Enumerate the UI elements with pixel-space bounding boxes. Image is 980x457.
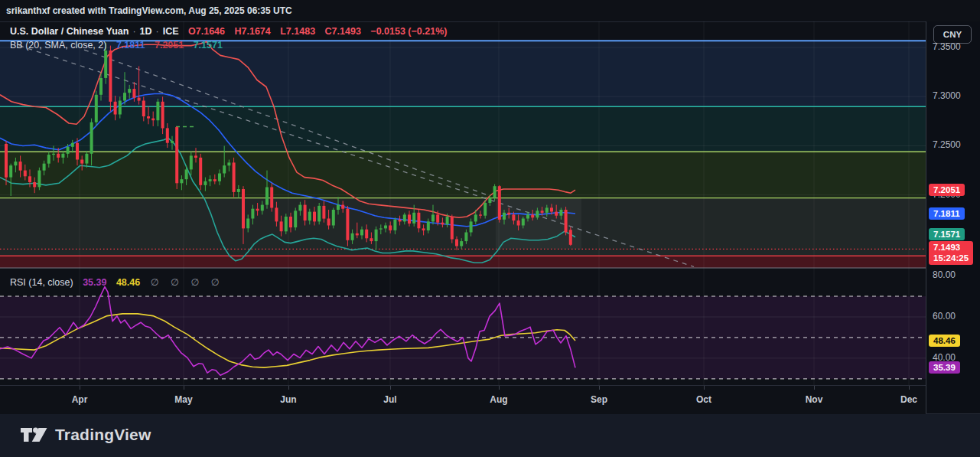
- price-label-tag: 35.39: [929, 361, 960, 374]
- month-label: Sep: [582, 394, 616, 405]
- month-tick: [499, 386, 500, 390]
- attribution-bar: srikanthxf created with TradingView.com,…: [0, 0, 980, 22]
- price-label-tag: 48.46: [929, 335, 960, 347]
- month-label: Jul: [373, 394, 407, 405]
- month-tick: [599, 386, 600, 390]
- attribution-text: srikanthxf created with TradingView.com,…: [6, 5, 292, 16]
- symbol-title[interactable]: U.S. Dollar / Chinese Yuan: [10, 26, 129, 37]
- month-label: Apr: [63, 394, 96, 405]
- chart-canvas[interactable]: [0, 21, 926, 385]
- tradingview-logo-icon: [20, 424, 47, 446]
- bb-lower-value: 7.1571: [194, 40, 223, 51]
- tradingview-logo-link[interactable]: TradingView: [20, 424, 151, 446]
- axis-tick-label: 7.3000: [933, 90, 961, 101]
- month-tick: [390, 386, 391, 390]
- tradingview-logo-text: TradingView: [55, 426, 151, 444]
- bb-upper-value: 7.2051: [155, 40, 184, 51]
- ohlc-high: H7.1674: [234, 26, 270, 37]
- ohlc-low: L7.1483: [280, 26, 315, 37]
- rsi-smoothing-value: 48.46: [116, 277, 140, 288]
- rsi-empty-values: ∅ ∅ ∅ ∅: [151, 277, 224, 288]
- bb-indicator-legend[interactable]: BB (20, SMA, close, 2) 7.1811 7.2051 7.1…: [10, 40, 223, 51]
- price-label-tag: 7.1811: [929, 207, 965, 220]
- month-tick: [80, 386, 80, 390]
- month-label: Jun: [272, 394, 305, 405]
- symbol-interval[interactable]: 1D: [140, 26, 152, 37]
- axis-tick-label: 7.2500: [933, 139, 961, 150]
- axis-tick-label: 60.00: [933, 311, 956, 322]
- price-label-tag: 7.1571: [929, 228, 965, 240]
- month-label: Aug: [482, 394, 516, 405]
- ohlc-close: C7.1493: [325, 26, 361, 37]
- month-tick: [704, 386, 705, 390]
- ohlc-change: −0.0153 (−0.21%): [370, 26, 447, 37]
- legend-separator: ·: [156, 26, 159, 37]
- footer-bar: TradingView: [0, 413, 980, 457]
- month-tick: [288, 386, 289, 390]
- axis-tick-label: 7.3500: [933, 41, 961, 52]
- month-tick: [184, 386, 184, 390]
- price-label-tag: 7.149315:24:25: [929, 241, 973, 265]
- axis-tick-label: 80.00: [933, 269, 956, 280]
- month-tick: [909, 386, 910, 390]
- legend-separator: ·: [132, 26, 135, 37]
- rsi-main-value: 35.39: [83, 277, 106, 288]
- bb-legend-label: BB (20, SMA, close, 2): [10, 40, 106, 51]
- month-label: Dec: [892, 394, 926, 405]
- time-scale-axis[interactable]: AprMayJunJulAugSepOctNovDec: [0, 385, 926, 414]
- month-tick: [814, 386, 815, 390]
- month-label: Oct: [687, 394, 721, 405]
- tradingview-chart-window: srikanthxf created with TradingView.com,…: [0, 0, 980, 457]
- month-label: Nov: [797, 394, 831, 405]
- ohlc-open: O7.1646: [188, 26, 225, 37]
- price-label-tag: 7.2051: [929, 184, 965, 196]
- rsi-indicator-legend[interactable]: RSI (14, close) 35.39 48.46 ∅ ∅ ∅ ∅: [10, 276, 224, 288]
- month-label: May: [167, 394, 200, 405]
- bb-basis-value: 7.1811: [116, 40, 145, 51]
- price-scale-axis[interactable]: CNY 7.35007.30007.25007.200080.0060.0040…: [926, 21, 980, 413]
- symbol-legend: U.S. Dollar / Chinese Yuan·1D·ICE O7.164…: [10, 26, 447, 37]
- rsi-legend-label: RSI (14, close): [10, 277, 73, 288]
- symbol-exchange[interactable]: ICE: [163, 26, 179, 37]
